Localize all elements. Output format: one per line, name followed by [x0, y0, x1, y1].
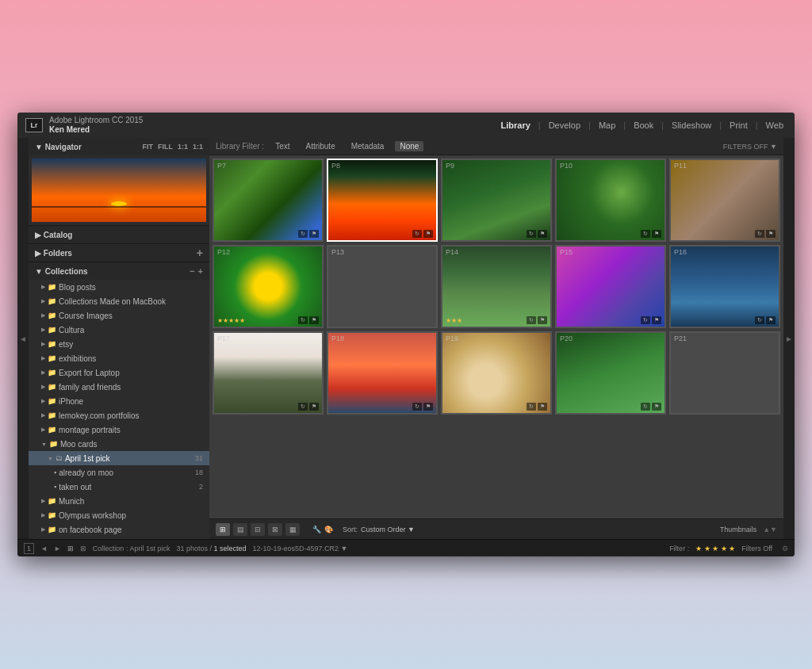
grid-cell-1[interactable]: P7 ↻ ⚑: [213, 159, 324, 242]
tab-library[interactable]: Library: [498, 119, 534, 132]
collection-blog-posts[interactable]: ▶ 📁 Blog posts: [29, 280, 209, 294]
rotate-icon-8: ↻: [527, 316, 536, 324]
add-folder-btn[interactable]: +: [197, 247, 203, 259]
prev-page-btn[interactable]: ◄: [40, 545, 48, 552]
tab-develop[interactable]: Develop: [546, 119, 584, 132]
sort-label: Sort:: [343, 526, 358, 533]
collection-already-on-moo[interactable]: ▪ already on moo 18: [29, 465, 209, 480]
tab-print[interactable]: Print: [726, 119, 751, 132]
cell-icons-3: ↻ ⚑: [527, 230, 547, 238]
grid-cell-6[interactable]: P12 ★★★★★ ↻ ⚑: [213, 245, 324, 328]
cell-icons-12: ↻ ⚑: [412, 403, 433, 411]
collection-facebook[interactable]: ▶ 📁 on facebook page: [29, 522, 209, 537]
collection-taken-out[interactable]: ▪ taken out 2: [29, 480, 209, 494]
grid-small-btn[interactable]: ⊞: [67, 545, 74, 552]
grid-cell-15[interactable]: P21: [669, 331, 780, 415]
collection-cultura[interactable]: ▶ 📁 Cultura: [29, 323, 209, 337]
filter-bar-label: Library Filter :: [216, 142, 264, 151]
settings-icon[interactable]: ⚙: [782, 545, 788, 552]
left-panel-toggle[interactable]: ◄: [17, 138, 29, 539]
tab-web[interactable]: Web: [763, 119, 787, 132]
photo-thumbnail-7: P13: [328, 247, 436, 327]
bottom-toolbar: ⊞ ▤ ⊟ ⊠ ▦ 🔧 🎨 Sort: Custom Order ▼ Thumb…: [209, 518, 783, 539]
flag-icon-3: ⚑: [538, 230, 547, 238]
collection-macbook[interactable]: ▶ 📁 Collections Made on MacBook: [29, 294, 209, 308]
horizon-line: [32, 206, 206, 208]
filters-off-status[interactable]: Filters Off: [741, 545, 772, 552]
collection-munich[interactable]: ▶ 📁 Munich: [29, 494, 209, 508]
grid-cell-3[interactable]: P9 ↻ ⚑: [441, 159, 552, 242]
rotate-icon-10: ↻: [755, 316, 764, 324]
photo-thumbnail-15: P21: [671, 333, 779, 413]
flag-icon-11: ⚑: [309, 403, 319, 411]
survey-view-btn[interactable]: ⊠: [268, 523, 282, 536]
main-area: ◄ ▼ Navigator FIT FILL 1:1 1:1: [17, 138, 795, 539]
compare-view-btn[interactable]: ⊟: [251, 523, 265, 536]
add-collection-btn[interactable]: +: [198, 266, 203, 276]
right-panel-toggle[interactable]: ►: [783, 138, 795, 539]
filter-tab-attribute[interactable]: Attribute: [301, 141, 339, 151]
tab-book[interactable]: Book: [630, 119, 657, 132]
photo-thumbnail-10: P16 ↻ ⚑: [671, 247, 779, 327]
spray-icon: 🔧: [312, 526, 321, 533]
loupe-view-btn[interactable]: ▤: [233, 523, 247, 536]
folders-header[interactable]: ▶ Folders +: [29, 244, 209, 262]
filter-tab-none[interactable]: None: [395, 141, 423, 151]
grid-tiny-btn[interactable]: ⊠: [80, 545, 86, 552]
collection-course-images[interactable]: ▶ 📁 Course Images: [29, 308, 209, 323]
collection-montage[interactable]: ▶ 📁 montage portraits: [29, 422, 209, 437]
collection-etsy[interactable]: ▶ 📁 etsy: [29, 337, 209, 351]
filter-stars[interactable]: ★ ★ ★ ★ ★: [695, 545, 735, 552]
catalog-header[interactable]: ▶ Catalog: [29, 226, 209, 243]
collection-moo-cards[interactable]: ▼ 📁 Moo cards: [29, 437, 209, 451]
collection-point-curve[interactable]: ▶ 📁 Point Curve Recovery Results: [29, 537, 209, 539]
people-view-btn[interactable]: ▦: [285, 523, 300, 536]
rotate-icon: ↻: [298, 230, 308, 238]
grid-cell-7[interactable]: P13: [327, 245, 438, 328]
grid-cell-2[interactable]: P8 ↻ ⚑: [327, 159, 438, 242]
flag-icon-4: ⚑: [652, 230, 661, 238]
photo-thumbnail-8: P14 ★★★ ↻ ⚑: [442, 247, 550, 327]
collection-family[interactable]: ▶ 📁 family and friends: [29, 380, 209, 394]
grid-cell-5[interactable]: P11 ↻ ⚑: [669, 159, 780, 242]
grid-cell-14[interactable]: P20 ↻ ⚑: [555, 331, 666, 415]
navigator-header[interactable]: ▼ Navigator FIT FILL 1:1 1:1: [29, 138, 209, 155]
grid-cell-4[interactable]: P10 ↻ ⚑: [555, 159, 666, 242]
grid-cell-9[interactable]: P15 ↻ ⚑: [555, 245, 666, 328]
filter-label-status: Filter :: [669, 545, 689, 552]
filter-status[interactable]: FILTERS OFF ▼: [723, 143, 777, 151]
next-page-btn[interactable]: ►: [54, 545, 61, 552]
nav-tabs: Library | Develop | Map | Book | Slidesh…: [498, 119, 787, 132]
tab-slideshow[interactable]: Slideshow: [668, 119, 714, 132]
collection-olympus[interactable]: ▶ 📁 Olympus workshop: [29, 508, 209, 522]
cell-icons-10: ↻ ⚑: [755, 316, 776, 324]
grid-cell-11[interactable]: P17 ↻ ⚑: [213, 331, 324, 415]
flag-icon-9: ⚑: [652, 316, 661, 324]
grid-cell-8[interactable]: P14 ★★★ ↻ ⚑: [441, 245, 552, 328]
collection-iphone[interactable]: ▶ 📁 iPhone: [29, 394, 209, 408]
sort-select[interactable]: Custom Order ▼: [361, 526, 415, 533]
cell-icons-1: ↻ ⚑: [298, 230, 319, 238]
collection-lemokey[interactable]: ▶ 📁 lemokey.com portfolios: [29, 408, 209, 422]
remove-collection-btn[interactable]: −: [190, 266, 194, 276]
title-bar: Lr Adobe Lightroom CC 2015 Ken Mered Lib…: [17, 113, 795, 138]
collection-april-1st[interactable]: ▼ 🗂 April 1st pick 31: [29, 451, 209, 465]
rotate-icon-14: ↻: [641, 403, 650, 411]
grid-cell-10[interactable]: P16 ↻ ⚑: [669, 245, 780, 328]
rotate-icon-5: ↻: [755, 230, 764, 238]
rotate-icon-9: ↻: [641, 316, 650, 324]
collection-export-laptop[interactable]: ▶ 📁 Export for Laptop: [29, 365, 209, 380]
collections-header[interactable]: ▼ Collections − +: [29, 262, 209, 280]
flag-icon: ⚑: [309, 230, 319, 238]
grid-cell-12[interactable]: P18 ↻ ⚑: [327, 331, 438, 415]
grid-view-btn[interactable]: ⊞: [216, 523, 230, 536]
filter-tab-metadata[interactable]: Metadata: [347, 141, 389, 151]
photo-thumbnail-12: P18 ↻ ⚑: [328, 333, 436, 413]
tab-map[interactable]: Map: [596, 119, 619, 132]
filter-tab-text[interactable]: Text: [270, 141, 294, 151]
filename-status[interactable]: 12-10-19-eos5D-4597.CR2 ▼: [253, 545, 348, 552]
painter-icon: 🎨: [324, 526, 333, 533]
grid-cell-13[interactable]: P19 ↻ ⚑: [441, 331, 552, 415]
thumb-slider[interactable]: ▲▼: [763, 526, 777, 533]
collection-exhibitions[interactable]: ▶ 📁 exhibitions: [29, 351, 209, 365]
